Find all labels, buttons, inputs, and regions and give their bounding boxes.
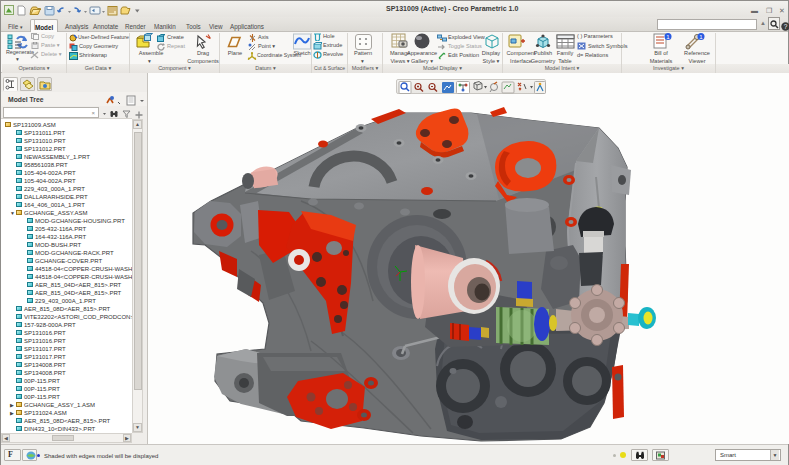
svg-text:?: ? — [784, 23, 788, 30]
